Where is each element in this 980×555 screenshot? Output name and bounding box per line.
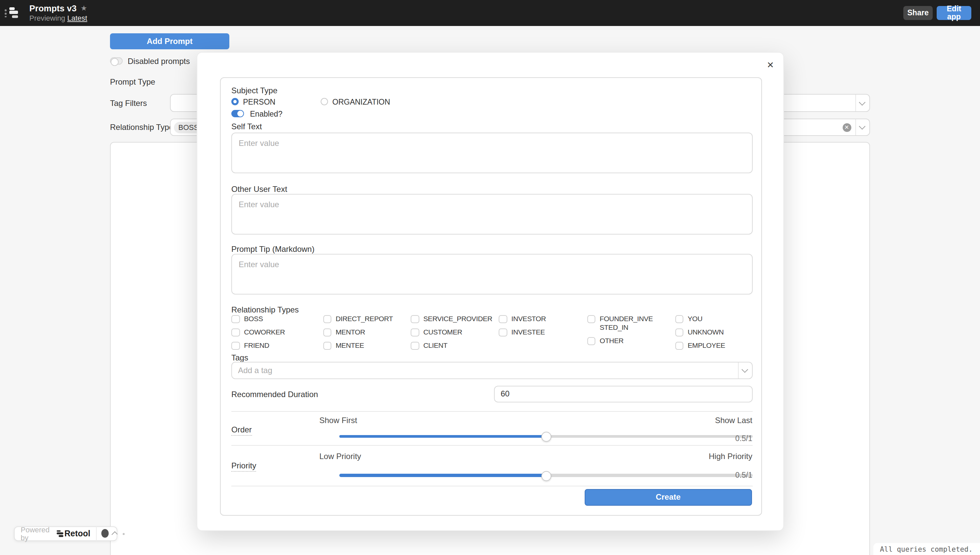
- checkbox-unknown[interactable]: UNKNOWN: [675, 328, 755, 337]
- checkbox-mentee[interactable]: MENTEE: [323, 342, 410, 350]
- tags-dropdown-button[interactable]: [737, 363, 752, 379]
- prompt-tip-field-box: [231, 253, 752, 295]
- enabled-label: Enabled?: [250, 110, 282, 118]
- checkbox-icon[interactable]: [499, 328, 507, 337]
- checkbox-other[interactable]: OTHER: [587, 337, 658, 345]
- prompt-tip-input[interactable]: [232, 254, 752, 294]
- create-button[interactable]: Create: [584, 489, 752, 505]
- checkbox-icon[interactable]: [499, 315, 507, 323]
- checkbox-icon[interactable]: [587, 337, 595, 345]
- self-text-label: Self Text: [231, 122, 262, 131]
- checkbox-icon[interactable]: [231, 315, 240, 323]
- checkbox-icon[interactable]: [675, 342, 683, 350]
- app-root: Prompts v3 ★ Previewing Latest Share Edi…: [0, 0, 980, 555]
- order-label: Order: [231, 425, 252, 435]
- relationship-types-label: Relationship Types: [231, 305, 299, 314]
- checkbox-founder-invested-in[interactable]: FOUNDER_INVESTED_IN: [587, 314, 658, 332]
- checkbox-investor[interactable]: INVESTOR: [499, 314, 585, 323]
- checkbox-investee[interactable]: INVESTEE: [499, 328, 585, 337]
- edit-app-button[interactable]: Edit app: [937, 6, 971, 20]
- disabled-prompts-toggle[interactable]: [110, 57, 123, 65]
- checkbox-boss[interactable]: BOSS: [231, 314, 318, 323]
- radio-person-label: PERSON: [243, 98, 275, 106]
- chevron-down-icon: [742, 366, 748, 372]
- checkbox-customer[interactable]: CUSTOMER: [411, 328, 497, 337]
- tag-filters-label: Tag Filters: [110, 99, 147, 108]
- chevron-down-icon: [860, 123, 865, 129]
- priority-label: Priority: [231, 461, 256, 472]
- app-header: Prompts v3 ★ Previewing Latest Share Edi…: [0, 0, 980, 26]
- relationship-col-5: FOUNDER_INVESTED_IN OTHER: [587, 314, 658, 350]
- checkbox-icon[interactable]: [411, 342, 419, 350]
- relationship-col-1: BOSS COWORKER FRIEND: [231, 314, 318, 355]
- add-prompt-button[interactable]: Add Prompt: [110, 33, 229, 49]
- chevron-up-icon[interactable]: [112, 531, 118, 537]
- radio-person[interactable]: [231, 98, 239, 105]
- other-user-text-input[interactable]: [232, 194, 752, 234]
- section-divider: [231, 486, 752, 486]
- modal-form-panel: Subject Type PERSON ORGANIZATION Enabled…: [220, 77, 762, 515]
- checkbox-you[interactable]: YOU: [675, 314, 755, 323]
- prompt-tip-label: Prompt Tip (Markdown): [231, 244, 314, 254]
- relationship-col-3: SERVICE_PROVIDER CUSTOMER CLIENT: [411, 314, 497, 355]
- other-user-text-label: Other User Text: [231, 184, 288, 194]
- tag-filters-dropdown-button[interactable]: [855, 95, 869, 111]
- powered-by-label: Powered by: [21, 525, 53, 541]
- add-prompt-modal: ✕ Subject Type PERSON ORGANIZATION Enabl…: [197, 51, 784, 531]
- checkbox-direct-report[interactable]: DIRECT_REPORT: [323, 314, 410, 323]
- checkbox-coworker[interactable]: COWORKER: [231, 328, 318, 337]
- other-user-text-field-box: [231, 194, 752, 234]
- relationship-col-2: DIRECT_REPORT MENTOR MENTEE: [323, 314, 410, 355]
- checkbox-icon[interactable]: [675, 315, 683, 323]
- app-logo-icon: [9, 7, 18, 18]
- tags-field-box: [231, 362, 752, 379]
- self-text-input[interactable]: [232, 133, 752, 173]
- retool-brand-label: Retool: [64, 529, 90, 538]
- radio-organization[interactable]: [321, 98, 328, 105]
- powered-by-retool-badge[interactable]: Powered by Retool: [14, 526, 117, 541]
- resize-handle-dot[interactable]: [123, 533, 125, 535]
- debug-status-circle[interactable]: [102, 529, 109, 538]
- relationship-col-4: INVESTOR INVESTEE: [499, 314, 585, 342]
- checkbox-friend[interactable]: FRIEND: [231, 342, 318, 350]
- clear-selection-icon[interactable]: ✕: [842, 123, 851, 132]
- relationship-types-dropdown-button[interactable]: [855, 119, 869, 135]
- previewing-latest-link[interactable]: Latest: [67, 14, 87, 22]
- kebab-menu-icon[interactable]: [5, 9, 6, 18]
- checkbox-icon[interactable]: [411, 328, 419, 337]
- relationship-types-filter-label: Relationship Types: [110, 123, 177, 132]
- checkbox-icon[interactable]: [323, 315, 331, 323]
- app-title: Prompts v3: [29, 3, 77, 13]
- tags-label: Tags: [231, 353, 248, 363]
- checkbox-service-provider[interactable]: SERVICE_PROVIDER: [411, 314, 497, 323]
- checkbox-client[interactable]: CLIENT: [411, 342, 497, 350]
- checkbox-icon[interactable]: [231, 328, 240, 337]
- checkbox-icon[interactable]: [231, 342, 240, 350]
- recommended-duration-field-box: [494, 385, 752, 402]
- self-text-field-box: [231, 132, 752, 173]
- subject-type-label: Subject Type: [231, 86, 277, 95]
- checkbox-icon[interactable]: [323, 328, 331, 337]
- enabled-toggle[interactable]: [231, 110, 244, 117]
- priority-right-label: High Priority: [231, 451, 752, 461]
- query-status-toast: All queries completed.: [873, 543, 980, 555]
- section-divider: [231, 445, 752, 446]
- disabled-prompts-label: Disabled prompts: [128, 56, 190, 66]
- checkbox-icon[interactable]: [323, 342, 331, 350]
- checkbox-mentor[interactable]: MENTOR: [323, 328, 410, 337]
- checkbox-icon[interactable]: [411, 315, 419, 323]
- badge-divider: [96, 526, 96, 541]
- share-button[interactable]: Share: [903, 6, 933, 20]
- chevron-down-icon: [860, 99, 865, 104]
- recommended-duration-label: Recommended Duration: [231, 390, 318, 399]
- tags-input[interactable]: [232, 363, 737, 379]
- recommended-duration-input[interactable]: [495, 386, 752, 401]
- checkbox-icon[interactable]: [587, 315, 595, 323]
- checkbox-employee[interactable]: EMPLOYEE: [675, 342, 755, 350]
- order-value: 0.5/1: [231, 435, 752, 443]
- favorite-star-icon[interactable]: ★: [81, 4, 87, 12]
- priority-value: 0.5/1: [231, 471, 752, 479]
- retool-logo-icon: [57, 530, 62, 537]
- checkbox-icon[interactable]: [675, 328, 683, 337]
- close-icon[interactable]: ✕: [767, 60, 774, 69]
